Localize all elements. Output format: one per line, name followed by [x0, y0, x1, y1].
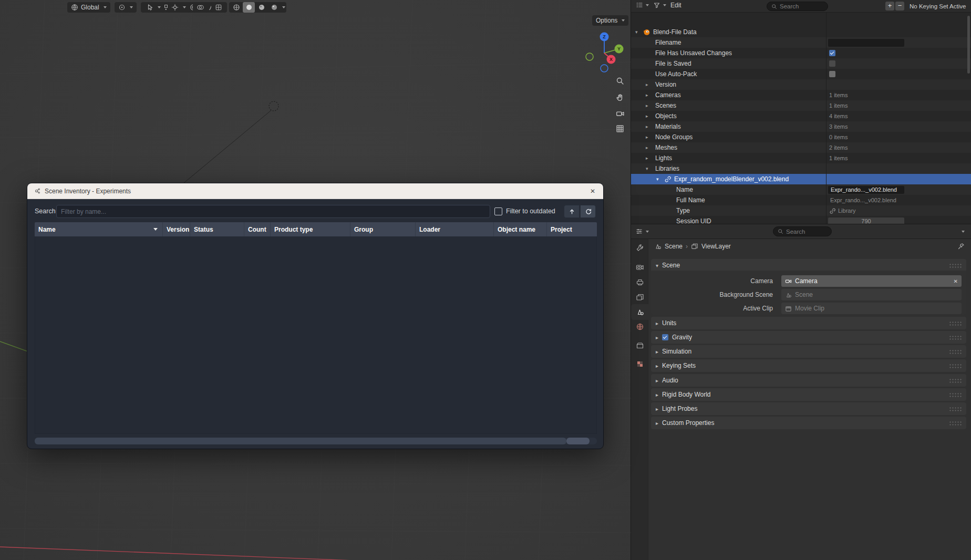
column-header-project[interactable]: Project — [547, 222, 597, 236]
filename-field[interactable] — [828, 39, 904, 47]
tree-row-file-has-unsaved-changes[interactable]: File Has Unsaved Changes — [631, 48, 971, 58]
tree-row-use-auto-pack[interactable]: Use Auto-Pack — [631, 69, 971, 79]
disclosure-closed-icon[interactable]: ▸ — [646, 132, 648, 142]
editor-type-dropdown[interactable] — [635, 1, 649, 9]
library-name-field[interactable]: Expr_rando..._v002.blend — [828, 186, 904, 194]
header-menu-chevron-icon[interactable] — [962, 231, 965, 233]
tab-view-layer[interactable] — [633, 291, 647, 304]
camera-field[interactable]: Camera ✕ — [781, 275, 962, 287]
tree-row-library-selected[interactable]: ▾ Expr_random_modelBlender_v002.blend — [631, 174, 971, 184]
active-clip-field[interactable]: Movie Clip — [781, 303, 962, 314]
zoom-tool-button[interactable] — [614, 75, 626, 87]
panel-grip[interactable] — [949, 321, 962, 326]
toggle-xray-button[interactable] — [211, 2, 226, 13]
panel-grip[interactable] — [949, 407, 962, 411]
disclosure-closed-icon[interactable]: ▸ — [646, 142, 648, 153]
panel-grip[interactable] — [949, 349, 962, 354]
disclosure-closed-icon[interactable]: ▸ — [646, 100, 648, 111]
close-icon[interactable]: ✕ — [588, 183, 597, 199]
panel-units[interactable]: ▸ Units — [651, 317, 966, 329]
pivot-point-dropdown[interactable] — [115, 2, 137, 13]
shading-solid-button[interactable] — [243, 2, 255, 13]
axis-neg-z-ball[interactable] — [601, 65, 608, 72]
checkbox-unchecked[interactable] — [829, 60, 835, 67]
scrollbar-thumb[interactable] — [566, 438, 590, 444]
panel-light-probes[interactable]: ▸ Light Probes — [651, 402, 966, 415]
tree-row-lights[interactable]: ▸ Lights 1 items — [631, 153, 971, 163]
menu-edit[interactable]: Edit — [670, 2, 681, 9]
column-header-status[interactable]: Status — [190, 222, 244, 236]
tab-output[interactable] — [633, 275, 647, 289]
tree-row-materials[interactable]: ▸ Materials 3 items — [631, 121, 971, 132]
outliner-search-input[interactable]: Search — [767, 2, 828, 11]
shading-rendered-button[interactable] — [268, 2, 280, 13]
keying-set-remove-button[interactable]: − — [895, 2, 904, 11]
pin-icon[interactable] — [957, 243, 965, 250]
shading-material-button[interactable] — [255, 2, 267, 13]
tree-row-file-is-saved[interactable]: File is Saved — [631, 58, 971, 69]
tab-collection[interactable] — [633, 339, 647, 352]
tree-row-library-name[interactable]: Name Expr_rando..._v002.blend — [631, 184, 971, 195]
horizontal-scrollbar-track[interactable] — [35, 438, 597, 444]
show-overlays-button[interactable] — [193, 2, 208, 13]
disclosure-closed-icon[interactable]: ▸ — [646, 121, 648, 132]
tree-row-library-full-name[interactable]: Full Name Expr_rando..._v002.blend — [631, 195, 971, 205]
column-header-product-type[interactable]: Product type — [271, 222, 350, 236]
editor-type-dropdown[interactable] — [635, 227, 649, 235]
tree-row-objects[interactable]: ▸ Objects 4 items — [631, 111, 971, 121]
column-header-version[interactable]: Version — [163, 222, 190, 236]
scrollbar-segment[interactable] — [35, 438, 566, 444]
filter-to-outdated-checkbox[interactable] — [494, 208, 502, 215]
panel-grip[interactable] — [949, 378, 962, 383]
tree-row-filename[interactable]: Filename — [631, 37, 971, 48]
panel-keying-sets[interactable]: ▸ Keying Sets — [651, 359, 966, 372]
column-header-count[interactable]: Count — [244, 222, 271, 236]
panel-grip[interactable] — [949, 364, 962, 368]
tree-row-node-groups[interactable]: ▸ Node Groups 0 items — [631, 132, 971, 142]
disclosure-closed-icon[interactable]: ▸ — [646, 111, 648, 121]
gravity-checkbox-checked[interactable] — [662, 334, 668, 340]
tree-row-version[interactable]: ▸ Version — [631, 79, 971, 90]
panel-scene-header[interactable]: ▾ Scene — [651, 259, 966, 272]
tab-render[interactable] — [633, 261, 647, 274]
clear-icon[interactable]: ✕ — [954, 278, 958, 284]
column-header-group[interactable]: Group — [350, 222, 416, 236]
properties-search-input[interactable]: Search — [773, 226, 832, 236]
filter-by-name-input[interactable] — [56, 205, 490, 218]
tab-scene[interactable] — [633, 305, 647, 319]
panel-rigid-body-world[interactable]: ▸ Rigid Body World — [651, 388, 966, 401]
show-gizmo-dropdown[interactable] — [168, 2, 190, 13]
column-header-object-name[interactable]: Object name — [494, 222, 547, 236]
tree-row-blend-file-data[interactable]: ▾ Blend-File Data — [631, 27, 971, 37]
dialog-title-bar[interactable]: Scene Inventory - Experiments ✕ — [27, 183, 603, 199]
breadcrumb-view-layer[interactable]: ViewLayer — [701, 243, 731, 250]
tab-texture[interactable] — [633, 357, 647, 371]
panel-simulation[interactable]: ▸ Simulation — [651, 345, 966, 358]
tree-row-cameras[interactable]: ▸ Cameras 1 items — [631, 90, 971, 100]
tab-world[interactable] — [633, 320, 647, 334]
column-header-loader[interactable]: Loader — [416, 222, 494, 236]
checkbox-checked[interactable] — [829, 50, 835, 56]
tab-tool[interactable] — [633, 241, 647, 255]
camera-view-button[interactable] — [614, 107, 626, 120]
panel-grip[interactable] — [949, 392, 962, 397]
outliner-scrollbar[interactable] — [967, 16, 970, 74]
transform-orientation-dropdown[interactable]: Global — [67, 2, 110, 13]
checkbox-unchecked[interactable] — [829, 71, 835, 77]
panel-grip[interactable] — [949, 421, 962, 426]
disclosure-open-icon[interactable]: ▾ — [646, 163, 648, 174]
disclosure-closed-icon[interactable]: ▸ — [646, 90, 648, 100]
object-type-visibility-dropdown[interactable] — [142, 2, 164, 13]
tree-row-libraries[interactable]: ▾ Libraries — [631, 163, 971, 174]
disclosure-open-icon[interactable]: ▾ — [656, 174, 659, 184]
keying-set-add-button[interactable]: + — [885, 2, 894, 11]
panel-gravity[interactable]: ▸ Gravity — [651, 331, 966, 344]
tree-row-library-type[interactable]: Type Library — [631, 205, 971, 216]
panel-audio[interactable]: ▸ Audio — [651, 374, 966, 387]
breadcrumb-scene[interactable]: Scene — [665, 243, 683, 250]
refresh-button[interactable] — [580, 205, 596, 218]
options-button[interactable]: Options — [592, 15, 628, 26]
update-to-latest-button[interactable] — [564, 205, 580, 218]
disclosure-open-icon[interactable]: ▾ — [635, 27, 638, 37]
column-header-name[interactable]: Name — [35, 222, 163, 236]
